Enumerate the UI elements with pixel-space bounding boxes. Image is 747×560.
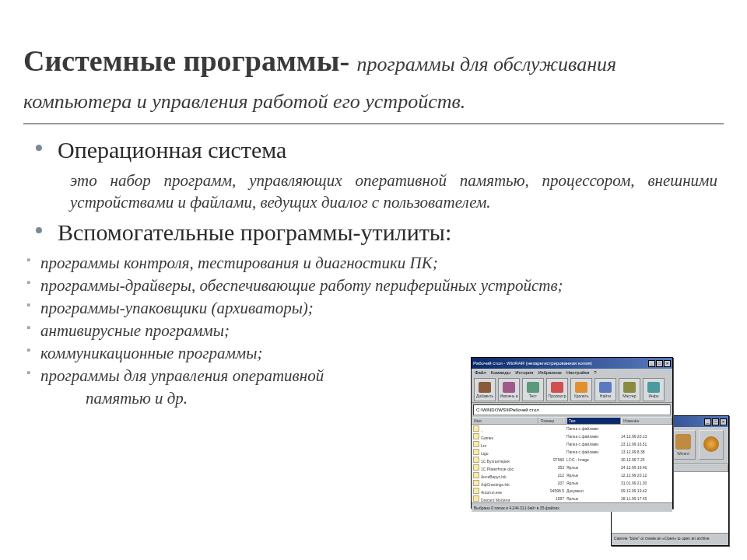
toolbar-button: Извлечь в (498, 378, 520, 401)
menu-item: Избранное (538, 370, 561, 375)
back-status: Сжатие "blow" or create an «Open» to ope… (612, 533, 728, 542)
outer-list-2: Вспомогательные программы-утилиты: (23, 218, 724, 247)
file-row: 1С Бухгалтерия97960LOG - Image30.12.99 7… (472, 456, 672, 464)
toolbar-button: Тест (522, 378, 544, 401)
titlebar-front: Рабочий стол - WinRAR (незарегистрирован… (472, 358, 672, 369)
file-row: Autorun.exe94598.5Документ09.12.99 19.42 (472, 487, 672, 495)
toolbar: ДобавитьИзвлечь вТестПросмотрУдалитьНайт… (472, 376, 672, 403)
outer-list: Операционная система (23, 135, 724, 165)
winrar-illustration: _ □ × Wizard Код Path Сжатие "blow" or c… (471, 357, 731, 548)
item-os: Операционная система (58, 135, 724, 165)
back-tool: Wizard (671, 430, 696, 460)
list-header: Имя Размер Тип Изменён (472, 417, 672, 425)
toolbar-button: Мастер (619, 378, 640, 401)
file-row: ..Папка с файлами (472, 425, 672, 432)
menu-item: Настройки (566, 370, 589, 375)
close-icon: × (664, 360, 671, 367)
maximize-icon: □ (656, 360, 663, 367)
sub-item: программы-драйверы, обеспечивающие работ… (23, 275, 724, 297)
menu-item: Команды (491, 370, 510, 375)
toolbar-button: Добавить (474, 378, 496, 401)
file-row: GamesПапка с файлами14.12.99 20.13 (472, 432, 672, 440)
file-row: LrnПапка с файлами23.12.99 16.51 (472, 440, 672, 448)
menu-item: История (515, 370, 533, 375)
status-bar: Выбрано 0 папок и 4.244.311 байт в 35 фа… (472, 502, 672, 512)
menu-item: Файл (475, 370, 486, 375)
maximize-icon: □ (712, 418, 719, 425)
menu-item: ? (594, 370, 596, 375)
file-row: 1С Platezhnye doc.353Ярлык24.12.99 19.46 (472, 464, 672, 471)
sub-item: программы-упаковщики (архиваторы); (23, 297, 724, 320)
back-tool-orb (699, 430, 724, 460)
close-icon: × (720, 418, 727, 425)
file-list: ..Папка с файламиGamesПапка с файлами14.… (472, 425, 672, 502)
title-main: Системные программы- (23, 44, 357, 77)
item-utilities: Вспомогательные программы-утилиты: (58, 218, 724, 247)
file-row: АфСгалtings.lnk207Ярлык31.01.99 21.30 (472, 479, 672, 487)
toolbar-button: Найти (594, 378, 616, 401)
toolbar-button: Удалить (570, 378, 592, 401)
minimize-icon: _ (648, 360, 655, 367)
title-divider (23, 123, 724, 124)
titlebar-text: Рабочий стол - WinRAR (незарегистрирован… (473, 361, 592, 366)
file-row: LigoПапка с файлами13.12.99 8.38 (472, 448, 672, 456)
file-row: Datcard Мобили1597Ярлык28.11.99 17.45 (472, 495, 672, 502)
toolbar-button: Просмотр (546, 378, 568, 401)
window-front: Рабочий стол - WinRAR (незарегистрирован… (471, 357, 673, 509)
sub-item: антивирусные программы; (23, 320, 724, 342)
minimize-icon: _ (704, 418, 711, 425)
menubar: Файл Команды История Избранное Настройки… (472, 369, 672, 376)
toolbar-button: Инфо (643, 378, 665, 401)
file-row: АнтиВирус.lnk212Ярлык12.12.99 20.12 (472, 471, 672, 479)
os-description: это набор программ, управляющих оператив… (23, 170, 724, 214)
slide-title: Системные программы- программы для обслу… (23, 43, 724, 117)
sub-item: программы контроля, тестирования и диагн… (23, 252, 724, 275)
address-bar: C:\WINDOWS\IIРабочий стол (473, 404, 671, 415)
